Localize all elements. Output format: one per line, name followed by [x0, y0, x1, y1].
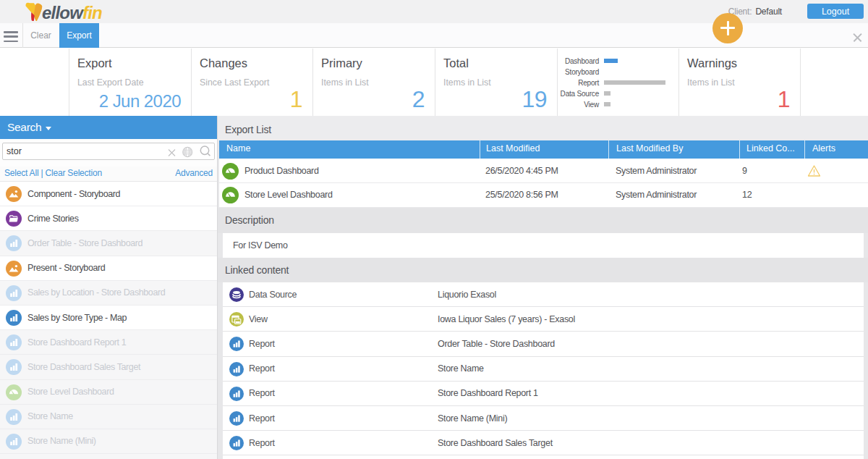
report-icon	[6, 434, 22, 450]
linked-content-row[interactable]: ReportOrder Table - Store Dashboard	[223, 332, 864, 356]
linked-content-row[interactable]: ViewIowa Liquor Sales (7 years) - Exasol	[223, 307, 864, 332]
chart-bar	[604, 59, 618, 63]
chart-label: Storyboard	[549, 68, 599, 76]
item-type-chart: Dashboard Storyboard Report Data Source …	[558, 49, 679, 116]
linked-type: Report	[249, 388, 275, 398]
chart-label: Dashboard	[549, 57, 599, 65]
linked-content-row[interactable]: ReportStore Dashboard Report 1	[223, 382, 864, 406]
linked-name: Store Name	[438, 363, 484, 374]
column-separator	[804, 140, 805, 159]
close-icon[interactable]	[853, 33, 862, 42]
cell-name: Product Dashboard	[244, 166, 319, 176]
linked-content-header: Linked content	[218, 258, 868, 282]
stat-subtitle: Last Export Date	[77, 77, 144, 88]
column-header-name[interactable]: Name	[226, 143, 250, 153]
linked-content-row[interactable]: ReportStore Dashboard Sales Target	[223, 431, 864, 455]
select-all-link[interactable]: Select All | Clear Selection	[4, 168, 102, 178]
search-panel-title: Search	[7, 121, 41, 134]
chart-label: Report	[549, 79, 599, 87]
chart-row: Dashboard	[558, 56, 679, 65]
table-row[interactable]: Product Dashboard 26/5/2020 4:45 PM Syst…	[219, 159, 868, 183]
linked-type: Report	[249, 413, 275, 424]
linked-type: Report	[249, 438, 275, 448]
linked-content-list: Data SourceLiquorio ExasolViewIowa Liquo…	[223, 282, 864, 459]
clear-search-icon[interactable]	[163, 144, 178, 159]
sidebar-item[interactable]: Store Dashboard Report 1	[0, 330, 217, 355]
description-value[interactable]: For ISV Demo	[223, 233, 864, 258]
report-icon	[229, 436, 244, 450]
advanced-link[interactable]: Advanced	[175, 168, 213, 178]
datasource-icon	[229, 287, 244, 302]
linked-name: Store Dashboard Sales Target	[438, 438, 553, 448]
globe-icon[interactable]	[180, 144, 195, 159]
sidebar-item[interactable]: Store Level Dashboard	[0, 380, 217, 405]
linked-name: Store Name (Mini)	[438, 413, 507, 424]
stat-value: 19	[522, 86, 547, 113]
stat-subtitle: Items in List	[687, 77, 735, 88]
sidebar-item[interactable]: Order Table - Store Dashboard	[0, 231, 217, 256]
linked-content-row[interactable]: ReportStore Name	[223, 357, 864, 382]
sidebar-item-label: Store Dashboard Report 1	[27, 337, 126, 348]
report-icon	[229, 362, 244, 376]
linked-name: Order Table - Store Dashboard	[438, 339, 555, 349]
stat-chart: Dashboard Storyboard Report Data Source …	[557, 49, 678, 116]
report-icon	[229, 387, 244, 401]
sidebar-item[interactable]: Store Dashboard Sales Target	[0, 355, 217, 379]
sidebar-item[interactable]: Crime Stories	[0, 206, 217, 231]
report-icon	[6, 334, 22, 350]
storyboard-icon	[6, 261, 22, 277]
column-header-alerts[interactable]: Alerts	[812, 143, 835, 153]
chart-bar	[604, 80, 665, 85]
sidebar-item-label: Store Name (Mini)	[27, 436, 96, 446]
stat-subtitle: Items in List	[443, 77, 491, 88]
report-icon	[229, 411, 244, 426]
sidebar-item[interactable]: Sales by Location - Store Dashboard	[0, 281, 217, 306]
sidebar-item-label: Sales by Store Type - Map	[27, 313, 127, 323]
stat-total: Total Items in List 19	[435, 49, 557, 116]
table-row[interactable]: Store Level Dashboard 25/5/2020 8:56 PM …	[219, 183, 868, 209]
column-header-last-modified-by[interactable]: Last Modified By	[616, 143, 683, 153]
linked-type: Data Source	[249, 290, 297, 300]
sidebar-item-partial[interactable]	[0, 454, 217, 459]
add-button[interactable]	[712, 13, 743, 43]
sidebar-item[interactable]: Store Name	[0, 405, 217, 429]
chart-bar	[604, 91, 610, 96]
storyboard-icon	[6, 186, 22, 202]
linked-content-row[interactable]: ReportStore Name (Mini)	[223, 406, 864, 431]
search-panel-header[interactable]: Search	[0, 116, 217, 139]
linked-content-title: Linked content	[225, 264, 289, 276]
yellowfin-logo-mark	[25, 2, 43, 22]
search-icon[interactable]	[197, 144, 212, 159]
sidebar-item-label: Present - Storyboard	[27, 263, 105, 273]
sidebar-item-label: Store Level Dashboard	[27, 387, 114, 397]
stat-value: 2	[412, 86, 425, 113]
cell-last-modified-by: System Administrator	[616, 190, 697, 200]
linked-name: Iowa Liquor Sales (7 years) - Exasol	[438, 314, 575, 324]
linked-type: Report	[249, 339, 275, 349]
stat-value: 1	[778, 86, 790, 113]
cell-linked-count: 9	[742, 166, 747, 176]
linked-content-row[interactable]: Data SourceLiquorio Exasol	[223, 282, 864, 307]
sidebar-item-label: Sales by Location - Store Dashboard	[27, 287, 165, 298]
chart-row: Report	[558, 78, 679, 87]
cell-name: Store Level Dashboard	[244, 190, 333, 200]
export-list-header: Export List	[218, 116, 868, 140]
sidebar-item[interactable]: Present - Storyboard	[0, 256, 217, 281]
tab-export[interactable]: Export	[59, 23, 99, 48]
tab-clear[interactable]: Clear	[22, 23, 59, 48]
cell-last-modified: 25/5/2020 8:56 PM	[485, 190, 558, 200]
menu-icon[interactable]	[4, 31, 18, 42]
report-icon	[6, 285, 22, 301]
logout-button[interactable]: Logout	[807, 4, 864, 19]
yellowfin-logo: ellowfin	[25, 2, 102, 22]
column-header-last-modified[interactable]: Last Modified	[486, 143, 540, 153]
sidebar-item[interactable]: Component - Storyboard	[0, 182, 217, 206]
search-box-row	[0, 139, 217, 167]
column-header-linked-content[interactable]: Linked Co...	[746, 143, 795, 153]
description-title: Description	[225, 214, 274, 226]
folder-icon	[6, 211, 22, 227]
sidebar-item[interactable]: Store Name (Mini)	[0, 429, 217, 454]
linked-name: Liquorio Exasol	[438, 290, 496, 300]
linked-name: Store Dashboard Report 1	[438, 388, 538, 398]
sidebar-item[interactable]: Sales by Store Type - Map	[0, 306, 217, 330]
